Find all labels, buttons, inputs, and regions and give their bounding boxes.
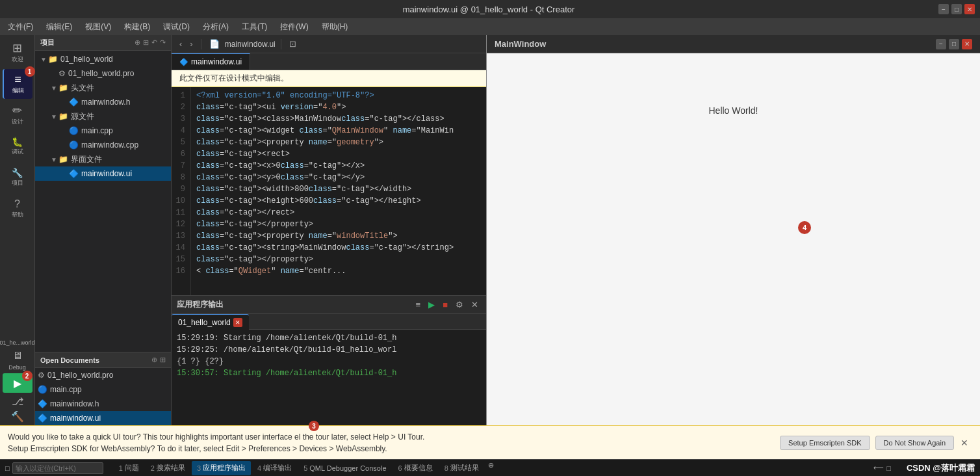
tree-item-main-cpp[interactable]: 🔵 main.cpp [35, 124, 171, 138]
output-tab-close-icon[interactable]: ✕ [233, 318, 242, 327]
notification-close-button[interactable]: ✕ [957, 436, 972, 449]
status-tab-output[interactable]: 3 应用程序输出 [192, 461, 251, 475]
output-stop-btn[interactable]: ■ [440, 298, 450, 311]
tab-num-8: 8 [445, 464, 448, 472]
output-options-btn[interactable]: ⚙ [453, 298, 466, 311]
help-icon: ? [14, 199, 20, 209]
status-tabs: 1 问题 2 搜索结果 3 应用程序输出 4 编译输出 5 QML Debugg… [114, 461, 496, 475]
notification-bar: 3 Would you like to take a quick UI tour… [0, 425, 980, 459]
tree-item-sources[interactable]: ▼ 📁 源文件 [35, 109, 171, 124]
mw-maximize-btn[interactable]: □ [949, 39, 959, 49]
design-label: 设计 [12, 118, 23, 126]
tab-label-tests: 测试结果 [450, 463, 479, 473]
tree-item-forms[interactable]: ▼ 📁 界面文件 [35, 152, 171, 166]
split-editor-btn[interactable]: ⊡ [287, 38, 299, 50]
sidebar-item-help[interactable]: ? 帮助 [3, 194, 32, 224]
output-content: 15:29:19: Starting /home/alientek/Qt/bui… [172, 330, 486, 425]
menu-item-file[interactable]: 文件(F) [5, 20, 36, 34]
project-icon: 🔧 [12, 168, 23, 178]
status-tab-issues[interactable]: 1 问题 [114, 461, 144, 475]
preview-badge-4: 4 [798, 221, 811, 234]
tree-item-pro[interactable]: ⚙ 01_hello_world.pro [35, 66, 171, 81]
sidebar-item-edit[interactable]: 1 ≡ 编辑 [3, 69, 32, 99]
tree-item-mainwindow-cpp[interactable]: 🔵 mainwindow.cpp [35, 138, 171, 152]
status-tab-summary[interactable]: 6 概要信息 [393, 461, 438, 475]
tree-item-root[interactable]: ▼ 📁 01_hello_world [35, 52, 171, 66]
tab-label: mainwindow.ui [191, 57, 242, 66]
git-button[interactable]: ⎇ [12, 395, 23, 408]
tab-label-output: 应用程序输出 [203, 463, 246, 473]
mw-title: MainWindow [495, 39, 546, 49]
tree-item-mainwindow-h[interactable]: 🔷 mainwindow.h [35, 95, 171, 109]
output-tab-label: 01_hello_world [178, 318, 231, 327]
output-run-btn[interactable]: ▶ [426, 298, 437, 311]
menu-item-help[interactable]: 帮助(H) [319, 20, 351, 34]
status-tab-compile[interactable]: 4 编译输出 [252, 461, 297, 475]
mw-minimize-btn[interactable]: − [936, 39, 946, 49]
close-button[interactable]: ✕ [964, 4, 975, 14]
menu-bar: 文件(F) 编辑(E) 视图(V) 构建(B) 调试(D) 分析(A) 工具(T… [0, 18, 980, 35]
tree-item-headers[interactable]: ▼ 📁 头文件 [35, 81, 171, 95]
open-doc-pro[interactable]: ⚙ 01_hello_world.pro [35, 368, 171, 382]
tree-arrow-forms: ▼ [51, 156, 57, 163]
debug-monitor-icon: 🖥 [12, 350, 23, 362]
menu-item-debug[interactable]: 调试(D) [161, 20, 192, 34]
nav-back-button[interactable]: ‹ [177, 38, 185, 50]
tab-num-2: 2 [151, 464, 155, 472]
sidebar-item-debug[interactable]: 🐛 调试 [3, 131, 32, 161]
status-tab-qml[interactable]: 5 QML Debugger Console [298, 461, 391, 475]
nav-forward-button[interactable]: › [187, 38, 195, 50]
tree-label-mainwindow-ui: mainwindow.ui [81, 169, 132, 178]
sidebar-item-project[interactable]: 🔧 项目 [3, 163, 32, 192]
maximize-button[interactable]: □ [951, 4, 962, 14]
tab-options-icon[interactable]: ⊕ [485, 461, 496, 475]
menu-item-analyze[interactable]: 分析(A) [200, 20, 231, 34]
tree-label-root: 01_hello_world [60, 55, 113, 64]
status-bar: □ 1 问题 2 搜索结果 3 应用程序输出 4 编译输出 5 QML Debu [0, 459, 980, 476]
tab-num-6: 6 [398, 464, 402, 472]
welcome-icon: ⊞ [12, 42, 22, 54]
editor-tab-mainwindow-ui[interactable]: 🔷 mainwindow.ui [172, 53, 250, 70]
status-tab-tests[interactable]: 8 测试结果 [439, 461, 484, 475]
menu-item-edit[interactable]: 编辑(E) [44, 20, 75, 34]
mw-close-btn[interactable]: ✕ [962, 39, 972, 49]
search-input[interactable] [12, 462, 103, 474]
status-tab-search[interactable]: 2 搜索结果 [146, 461, 190, 475]
output-clear-btn[interactable]: ≡ [413, 298, 424, 311]
sidebar-item-welcome[interactable]: ⊞ 欢迎 [3, 38, 32, 68]
open-doc-mainwindow-h[interactable]: 🔷 mainwindow.h [35, 397, 171, 411]
menu-item-view[interactable]: 视图(V) [83, 20, 114, 34]
output-close-btn[interactable]: ✕ [469, 298, 481, 311]
open-doc-main-cpp[interactable]: 🔵 main.cpp [35, 382, 171, 397]
minimize-button[interactable]: − [938, 4, 949, 14]
notif-line2: Setup Emscripten SDK for WebAssembly? To… [8, 443, 775, 455]
do-not-show-again-button[interactable]: Do Not Show Again [875, 436, 954, 450]
file-icon-btn[interactable]: 📄 [207, 38, 222, 50]
ui-icon: 🔷 [69, 169, 79, 178]
status-right: ⟵ □ CSDN @落叶霜霜 [873, 462, 975, 474]
tree-label-mainwindow-h: mainwindow.h [81, 98, 130, 107]
tree-item-mainwindow-ui[interactable]: 🔷 mainwindow.ui [35, 166, 171, 181]
edit-badge: 1 [25, 66, 35, 77]
cpp-icon-od: 🔵 [38, 385, 47, 394]
setup-emscripten-button[interactable]: Setup Emscripten SDK [780, 436, 870, 450]
notif-line1: Would you like to take a quick UI tour? … [8, 431, 775, 443]
folder-icon-forms: 📁 [58, 155, 68, 164]
open-doc-main-cpp-label: main.cpp [50, 385, 82, 394]
tab-icon: 🔷 [179, 58, 188, 66]
code-editor[interactable]: 12345678910111213141516 <?xml version="1… [172, 87, 486, 295]
edit-label: 编辑 [12, 86, 24, 95]
menu-item-build[interactable]: 构建(B) [122, 20, 153, 34]
ui-icon-od: 🔷 [38, 414, 47, 423]
menu-item-controls[interactable]: 控件(W) [277, 20, 311, 34]
sidebar-item-design[interactable]: ✏ 设计 [3, 100, 32, 130]
menu-item-tools[interactable]: 工具(T) [239, 20, 270, 34]
tab-num-5: 5 [303, 464, 307, 472]
status-split-icon: □ [886, 464, 891, 472]
settings-button[interactable]: 🔨 [11, 410, 24, 423]
tree-label-pro: 01_hello_world.pro [68, 69, 134, 78]
open-doc-mainwindow-ui[interactable]: 🔷 mainwindow.ui [35, 411, 171, 425]
folder-icon-sources: 📁 [58, 112, 68, 121]
output-tab-hello-world[interactable]: 01_hello_world ✕ [172, 314, 249, 330]
debug-icon: 🐛 [12, 137, 23, 146]
